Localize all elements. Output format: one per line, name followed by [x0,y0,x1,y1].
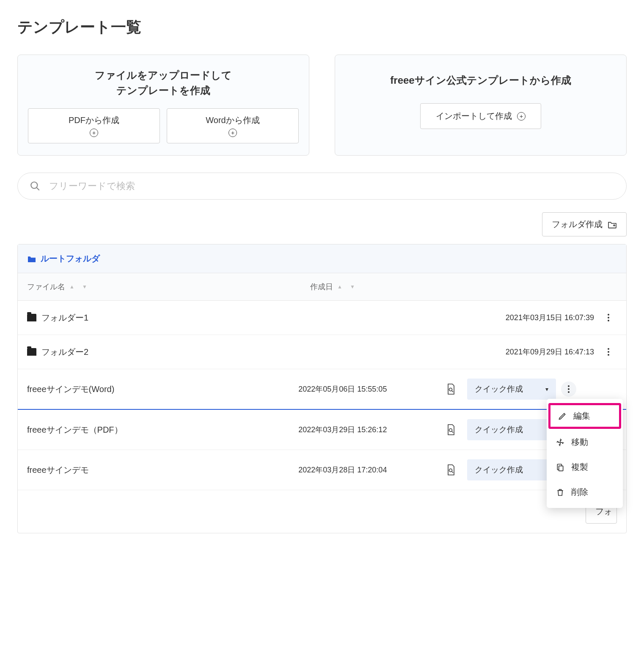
create-from-word-button[interactable]: Wordから作成 + [167,108,299,143]
svg-line-8 [452,431,453,433]
preview-icon[interactable] [446,464,456,476]
upload-card: ファイルをアップロードして テンプレートを作成 PDFから作成 + Wordから… [17,55,309,156]
import-create-button[interactable]: インポートして作成 + [420,103,541,129]
svg-point-4 [449,388,452,391]
list-header: ファイル名 ▲▼ 作成日 ▲▼ [18,273,626,301]
table-row[interactable]: freeeサインデモ 2022年03月28日 17:20:04 クイック作成 [18,450,626,490]
col-created-label: 作成日 [310,282,333,292]
svg-line-10 [452,472,453,473]
col-filename-label: ファイル名 [27,282,65,292]
search-icon [30,181,41,192]
create-from-pdf-button[interactable]: PDFから作成 + [28,108,160,143]
svg-line-1 [37,188,39,190]
folder-icon [27,314,36,321]
col-created[interactable]: 作成日 ▲▼ [310,282,452,292]
breadcrumb[interactable]: ルートフォルダ [18,244,626,273]
quick-create-dropdown[interactable]: クイック作成 ▾ [467,379,556,400]
row-date: 2022年03月28日 17:20:04 [298,465,446,475]
svg-rect-6 [559,466,563,471]
search-input[interactable] [49,181,614,192]
menu-delete-label: 削除 [571,486,588,498]
menu-delete[interactable]: 削除 [547,480,623,505]
context-menu: 編集 移動 複製 削除 [547,399,623,508]
quick-create-dropdown[interactable]: クイック作成 [467,459,556,480]
row-name: フォルダー1 [41,312,88,324]
table-row[interactable]: freeeサインデモ（PDF） 2022年03月29日 15:26:12 クイッ… [18,410,626,450]
quick-create-label: クイック作成 [475,464,523,475]
row-date: 2022年03月29日 15:26:12 [298,425,446,435]
kebab-icon [568,385,570,393]
table-row[interactable]: freeeサインデモ(Word) 2022年05月06日 15:55:05 クイ… [18,369,626,410]
upload-card-title: ファイルをアップロードして テンプレートを作成 [28,68,299,98]
create-cards-row: ファイルをアップロードして テンプレートを作成 PDFから作成 + Wordから… [17,55,627,156]
create-from-pdf-label: PDFから作成 [69,115,119,126]
row-date: 2021年03月15日 16:07:39 [506,313,600,323]
svg-line-5 [452,391,453,392]
menu-duplicate-label: 複製 [571,461,588,473]
breadcrumb-root: ルートフォルダ [41,253,100,264]
quick-create-dropdown[interactable]: クイック作成 [467,419,556,440]
svg-point-0 [31,182,37,188]
official-card-title: freeeサイン公式テンプレートから作成 [345,73,616,88]
row-more-button[interactable] [601,344,616,359]
move-icon [556,438,564,447]
row-date: 2022年05月06日 15:55:05 [298,384,446,394]
menu-edit[interactable]: 編集 [548,403,621,429]
svg-point-7 [449,429,452,432]
plus-circle-icon: + [517,112,526,121]
quick-create-label: クイック作成 [475,384,523,395]
import-create-label: インポートして作成 [436,110,512,122]
row-name: freeeサインデモ(Word) [27,384,114,395]
row-more-button[interactable] [601,310,616,325]
menu-move-label: 移動 [571,436,588,448]
chevron-down-icon: ▾ [545,386,548,392]
new-folder-icon [608,221,617,228]
folder-icon [27,255,36,263]
official-card: freeeサイン公式テンプレートから作成 インポートして作成 + [335,55,627,156]
create-folder-button[interactable]: フォルダ作成 [542,212,627,236]
menu-edit-label: 編集 [573,410,590,422]
row-name: フォルダー2 [41,346,88,358]
folder-icon [27,348,36,356]
copy-icon [556,463,564,472]
preview-icon[interactable] [446,424,456,436]
kebab-icon [608,314,609,321]
kebab-icon [608,348,609,356]
plus-circle-icon: + [228,129,237,137]
row-more-button[interactable] [561,381,576,397]
page-title: テンプレート一覧 [17,17,627,38]
upload-title-line1: ファイルをアップロードして [95,69,232,81]
table-row[interactable]: フォルダー2 2021年09月29日 16:47:13 [18,335,626,369]
table-row[interactable]: フォルダー1 2021年03月15日 16:07:39 [18,301,626,335]
create-from-word-label: Wordから作成 [206,115,259,126]
row-name: freeeサインデモ [27,464,89,476]
col-filename[interactable]: ファイル名 ▲▼ [27,282,310,292]
sort-arrows[interactable]: ▲▼ [337,284,355,290]
preview-icon[interactable] [446,383,456,395]
search-bar[interactable] [17,173,627,200]
plus-circle-icon: + [90,129,98,137]
pencil-icon [558,412,567,420]
upload-title-line2: テンプレートを作成 [116,85,210,96]
template-listing: ルートフォルダ ファイル名 ▲▼ 作成日 ▲▼ フォルダー1 2021年03月1… [17,244,627,533]
row-date: 2021年09月29日 16:47:13 [506,347,600,357]
quick-create-label: クイック作成 [475,424,523,435]
sort-arrows[interactable]: ▲▼ [69,284,87,290]
create-folder-label: フォルダ作成 [552,219,603,230]
svg-point-9 [449,469,452,472]
menu-move[interactable]: 移動 [547,430,623,455]
row-name: freeeサインデモ（PDF） [27,424,123,436]
trash-icon [556,488,564,497]
menu-duplicate[interactable]: 複製 [547,455,623,480]
listing-footer: フォ [18,490,626,533]
